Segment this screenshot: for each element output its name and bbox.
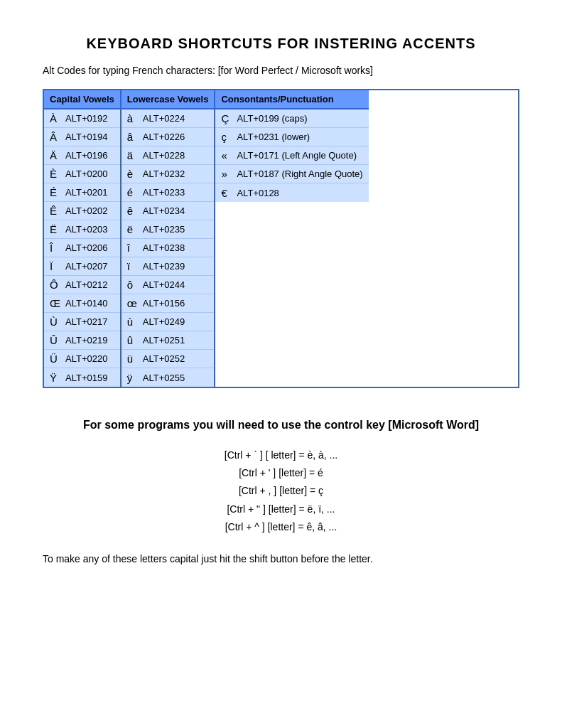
char: È	[50, 168, 65, 180]
char: Â	[50, 131, 65, 143]
char: ÿ	[127, 372, 143, 384]
char: â	[127, 131, 143, 143]
ctrl-line: [Ctrl + ` ] [ letter] = è, à, ...	[43, 446, 519, 464]
table-row: ÊALT+0202	[44, 202, 120, 220]
char: ô	[127, 279, 143, 291]
table-row: ÿALT+0255	[121, 368, 215, 387]
char: €	[221, 187, 237, 199]
char: Ï	[50, 260, 65, 272]
char: è	[127, 168, 143, 180]
char: À	[50, 112, 65, 124]
char: Ù	[50, 316, 65, 328]
subtitle: Alt Codes for typing French characters: …	[43, 65, 519, 76]
table-row: ÙALT+0217	[44, 313, 120, 331]
table-row: ÀALT+0192	[44, 109, 120, 128]
table-row: ÉALT+0201	[44, 183, 120, 202]
char: Ç	[221, 112, 237, 124]
char: Ü	[50, 353, 65, 365]
table-row: ËALT+0203	[44, 220, 120, 239]
char: à	[127, 112, 143, 124]
char: ü	[127, 353, 143, 365]
table-row: »ALT+0187 (Right Angle Quote)	[215, 165, 368, 183]
consontants-header: Consontants/Punctuation	[215, 90, 368, 109]
char: ä	[127, 149, 143, 161]
char: »	[221, 168, 237, 180]
table-row: âALT+0226	[121, 128, 215, 146]
char: ç	[221, 131, 237, 143]
table-row: €ALT+0128	[215, 183, 368, 202]
table-row: ŸALT+0159	[44, 368, 120, 387]
table-row: îALT+0238	[121, 239, 215, 257]
char: ù	[127, 316, 143, 328]
lowercase-vowels-header: Lowercase Vowels	[121, 90, 215, 109]
table-row: ÈALT+0200	[44, 165, 120, 183]
char: Ä	[50, 149, 65, 161]
char: Ô	[50, 279, 65, 291]
footer-bold-text: For some programs you will need to use t…	[43, 417, 519, 434]
table-row: ïALT+0239	[121, 257, 215, 276]
char: Œ	[50, 297, 65, 309]
table-row: ÇALT+0199 (caps)	[215, 109, 368, 128]
ctrl-line: [Ctrl + ' ] [letter] = é	[43, 464, 519, 482]
char: ë	[127, 223, 143, 235]
table-row: «ALT+0171 (Left Angle Quote)	[215, 146, 368, 165]
lowercase-vowels-col: Lowercase Vowels àALT+0224 âALT+0226 äAL…	[121, 90, 216, 387]
table-row: àALT+0224	[121, 109, 215, 128]
table-row: ÛALT+0219	[44, 331, 120, 350]
char: ê	[127, 205, 143, 217]
ctrl-line: [Ctrl + , ] [letter] = ç	[43, 482, 519, 500]
table-row: ÏALT+0207	[44, 257, 120, 276]
char: ï	[127, 260, 143, 272]
final-note: To make any of these letters capital jus…	[43, 553, 519, 564]
char: Ÿ	[50, 372, 65, 384]
ctrl-line: [Ctrl + ^ ] [letter] = ê, â, ...	[43, 518, 519, 536]
char: Ë	[50, 223, 65, 235]
page-title: KEYBOARD SHORTCUTS FOR INSTERING ACCENTS	[43, 36, 519, 52]
char: é	[127, 186, 143, 198]
table-row: ÜALT+0220	[44, 350, 120, 368]
table-row: ÂALT+0194	[44, 128, 120, 146]
accent-table: Capital Vowels ÀALT+0192 ÂALT+0194 ÄALT+…	[43, 89, 519, 388]
table-row: ûALT+0251	[121, 331, 215, 350]
char: œ	[127, 297, 143, 309]
table-row: éALT+0233	[121, 183, 215, 202]
char: Î	[50, 242, 65, 254]
ctrl-line: [Ctrl + " ] [letter] = ë, ï, ...	[43, 500, 519, 518]
char: î	[127, 242, 143, 254]
table-row: ÔALT+0212	[44, 276, 120, 294]
table-row: çALT+0231 (lower)	[215, 128, 368, 146]
char: Û	[50, 334, 65, 346]
table-row: ŒALT+0140	[44, 294, 120, 313]
consontants-col: Consontants/Punctuation ÇALT+0199 (caps)…	[215, 90, 368, 202]
table-row: êALT+0234	[121, 202, 215, 220]
table-row: ÎALT+0206	[44, 239, 120, 257]
table-row: èALT+0232	[121, 165, 215, 183]
char: û	[127, 334, 143, 346]
table-row: äALT+0228	[121, 146, 215, 165]
table-row: ùALT+0249	[121, 313, 215, 331]
table-row: ëALT+0235	[121, 220, 215, 239]
table-row: ÄALT+0196	[44, 146, 120, 165]
char: É	[50, 186, 65, 198]
table-row: üALT+0252	[121, 350, 215, 368]
table-row: ôALT+0244	[121, 276, 215, 294]
char: «	[221, 149, 237, 161]
table-row: œALT+0156	[121, 294, 215, 313]
capital-vowels-col: Capital Vowels ÀALT+0192 ÂALT+0194 ÄALT+…	[44, 90, 121, 387]
char: Ê	[50, 205, 65, 217]
ctrl-shortcuts: [Ctrl + ` ] [ letter] = è, à, ... [Ctrl …	[43, 446, 519, 536]
footer-section: For some programs you will need to use t…	[43, 417, 519, 564]
capital-vowels-header: Capital Vowels	[44, 90, 120, 109]
